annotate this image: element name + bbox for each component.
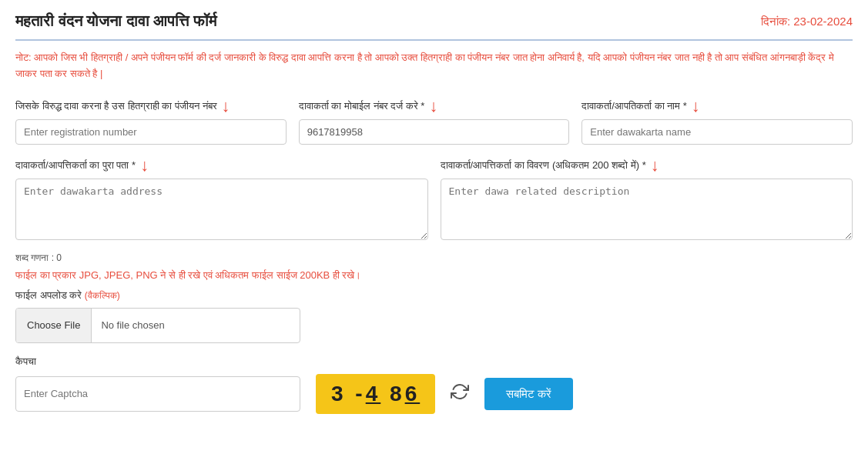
description-label: दावाकर्ता/आपत्तिकर्ता का विवरण (अधिकतम 2…	[441, 157, 853, 174]
address-group: दावाकर्ता/आपत्तिकर्ता का पुरा पता * ↓	[15, 157, 428, 240]
file-name-display: No file chosen	[92, 319, 173, 331]
header-divider	[15, 39, 853, 41]
description-group: दावाकर्ता/आपत्तिकर्ता का विवरण (अधिकतम 2…	[441, 157, 853, 240]
captcha-image: 3 -4 86	[316, 374, 435, 414]
registration-arrow-icon: ↓	[222, 98, 230, 115]
submit-button[interactable]: सबमिट करें	[484, 378, 573, 410]
page-title: महतारी वंदन योजना दावा आपत्ति फॉर्म	[15, 12, 216, 30]
address-arrow-icon: ↓	[140, 157, 149, 174]
mobile-input[interactable]	[299, 119, 570, 145]
page-header: महतारी वंदन योजना दावा आपत्ति फॉर्म दिना…	[15, 12, 853, 30]
file-upload-label: फाईल अपलोड करे (वैकल्पिक)	[15, 289, 853, 302]
dawakarta-name-label: दावाकर्ता/आपतिकर्ता का नाम * ↓	[581, 98, 853, 115]
name-arrow-icon: ↓	[692, 98, 700, 115]
description-input[interactable]	[441, 179, 853, 240]
mobile-group: दावाकर्ता का मोबाईल नंबर दर्ज करे * ↓	[299, 98, 570, 145]
registration-group: जिसके विरुद्ध दावा करना है उस हितग्राही …	[15, 98, 287, 145]
note-text: नोट: आपको जिस भी हितग्राही / अपने पंजीयन…	[15, 50, 853, 82]
description-arrow-icon: ↓	[651, 157, 659, 174]
form-row-2: दावाकर्ता/आपत्तिकर्ता का पुरा पता * ↓ दा…	[15, 157, 853, 240]
word-count-label: शब्द गणना : 0	[15, 252, 853, 263]
captcha-section: कैपचा 3 -4 86 सबमिट करें	[15, 356, 853, 414]
registration-input[interactable]	[15, 119, 287, 145]
header-date: दिनांक: 23-02-2024	[761, 15, 853, 28]
mobile-label: दावाकर्ता का मोबाईल नंबर दर्ज करे * ↓	[299, 98, 570, 115]
file-input-wrapper: Choose File No file chosen	[15, 308, 300, 343]
captcha-refresh-button[interactable]	[451, 382, 469, 406]
optional-label: (वैकल्पिक)	[85, 290, 120, 301]
dawakarta-name-input[interactable]	[581, 119, 853, 145]
address-input[interactable]	[15, 179, 428, 240]
captcha-label: कैपचा	[15, 356, 853, 368]
dawakarta-name-group: दावाकर्ता/आपतिकर्ता का नाम * ↓	[581, 98, 853, 145]
captcha-input[interactable]	[15, 376, 300, 412]
choose-file-button[interactable]: Choose File	[16, 309, 92, 342]
mobile-arrow-icon: ↓	[429, 98, 437, 115]
file-note: फाईल का प्रकार JPG, JPEG, PNG ने से ही र…	[15, 269, 853, 282]
form-row-1: जिसके विरुद्ध दावा करना है उस हितग्राही …	[15, 98, 853, 145]
captcha-row: 3 -4 86 सबमिट करें	[15, 374, 853, 414]
address-label: दावाकर्ता/आपत्तिकर्ता का पुरा पता * ↓	[15, 157, 428, 174]
registration-label: जिसके विरुद्ध दावा करना है उस हितग्राही …	[15, 98, 287, 115]
